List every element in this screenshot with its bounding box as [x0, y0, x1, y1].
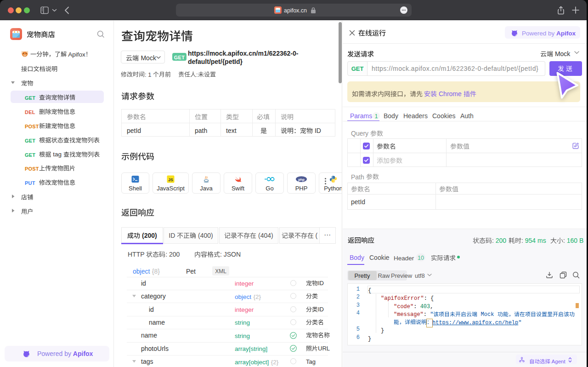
- svg-text:JS: JS: [168, 178, 173, 182]
- svg-text:php: php: [298, 178, 305, 182]
